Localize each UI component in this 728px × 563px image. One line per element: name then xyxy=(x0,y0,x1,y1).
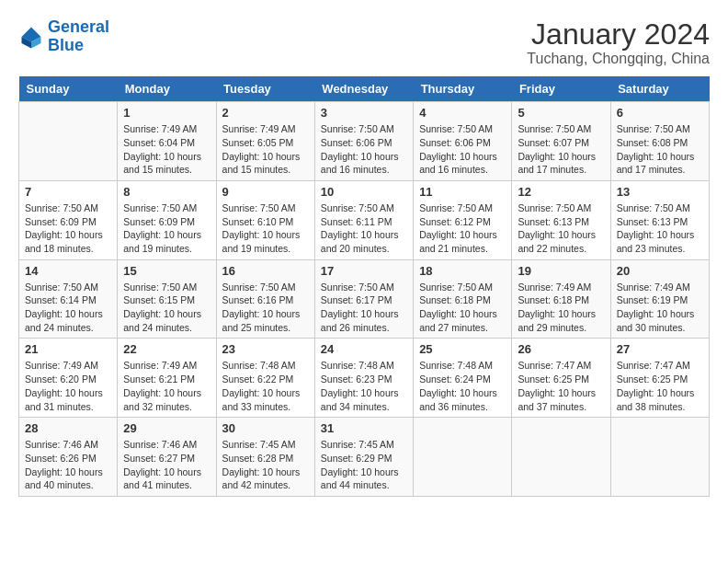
day-info: Sunrise: 7:46 AM Sunset: 6:27 PM Dayligh… xyxy=(123,438,210,492)
day-number: 8 xyxy=(123,185,210,199)
day-number: 14 xyxy=(25,264,111,278)
day-number: 20 xyxy=(617,264,703,278)
calendar-cell: 15Sunrise: 7:50 AM Sunset: 6:15 PM Dayli… xyxy=(118,259,216,339)
day-number: 9 xyxy=(222,185,309,199)
day-info: Sunrise: 7:49 AM Sunset: 6:19 PM Dayligh… xyxy=(617,281,703,335)
day-number: 26 xyxy=(518,342,604,356)
calendar-cell: 10Sunrise: 7:50 AM Sunset: 6:11 PM Dayli… xyxy=(314,180,413,259)
day-number: 30 xyxy=(222,421,309,435)
calendar-cell: 25Sunrise: 7:48 AM Sunset: 6:24 PM Dayli… xyxy=(414,339,512,418)
day-number: 7 xyxy=(25,185,111,199)
calendar-cell: 17Sunrise: 7:50 AM Sunset: 6:17 PM Dayli… xyxy=(314,259,413,339)
day-info: Sunrise: 7:50 AM Sunset: 6:13 PM Dayligh… xyxy=(617,201,703,256)
logo-icon xyxy=(18,24,44,50)
day-info: Sunrise: 7:50 AM Sunset: 6:08 PM Dayligh… xyxy=(617,122,703,177)
calendar-cell: 7Sunrise: 7:50 AM Sunset: 6:09 PM Daylig… xyxy=(19,180,118,259)
calendar-cell: 1Sunrise: 7:49 AM Sunset: 6:04 PM Daylig… xyxy=(118,102,216,181)
day-number: 23 xyxy=(222,342,309,356)
calendar-cell: 14Sunrise: 7:50 AM Sunset: 6:14 PM Dayli… xyxy=(19,259,118,339)
calendar-cell: 13Sunrise: 7:50 AM Sunset: 6:13 PM Dayli… xyxy=(610,180,709,259)
day-number: 25 xyxy=(419,342,506,356)
day-info: Sunrise: 7:50 AM Sunset: 6:18 PM Dayligh… xyxy=(419,281,506,335)
day-number: 15 xyxy=(123,264,210,278)
logo-line2: Blue xyxy=(48,37,109,55)
calendar-cell: 20Sunrise: 7:49 AM Sunset: 6:19 PM Dayli… xyxy=(610,259,709,339)
calendar-table: SundayMondayTuesdayWednesdayThursdayFrid… xyxy=(18,76,710,497)
calendar-cell: 18Sunrise: 7:50 AM Sunset: 6:18 PM Dayli… xyxy=(414,259,512,339)
day-info: Sunrise: 7:50 AM Sunset: 6:15 PM Dayligh… xyxy=(123,281,210,335)
calendar-cell: 23Sunrise: 7:48 AM Sunset: 6:22 PM Dayli… xyxy=(216,339,314,418)
day-number: 19 xyxy=(518,264,604,278)
calendar-cell: 11Sunrise: 7:50 AM Sunset: 6:12 PM Dayli… xyxy=(414,180,512,259)
day-of-week-header: Wednesday xyxy=(314,76,413,102)
day-info: Sunrise: 7:50 AM Sunset: 6:16 PM Dayligh… xyxy=(222,281,309,335)
day-number: 1 xyxy=(123,106,210,120)
day-info: Sunrise: 7:50 AM Sunset: 6:09 PM Dayligh… xyxy=(25,201,111,256)
day-info: Sunrise: 7:48 AM Sunset: 6:22 PM Dayligh… xyxy=(222,359,309,413)
day-number: 18 xyxy=(419,264,506,278)
day-of-week-header: Tuesday xyxy=(216,76,314,102)
day-number: 28 xyxy=(25,421,111,435)
day-info: Sunrise: 7:50 AM Sunset: 6:06 PM Dayligh… xyxy=(419,122,506,177)
day-info: Sunrise: 7:50 AM Sunset: 6:12 PM Dayligh… xyxy=(419,201,506,256)
day-info: Sunrise: 7:50 AM Sunset: 6:09 PM Dayligh… xyxy=(123,201,210,256)
day-info: Sunrise: 7:50 AM Sunset: 6:11 PM Dayligh… xyxy=(321,201,407,256)
calendar-cell: 8Sunrise: 7:50 AM Sunset: 6:09 PM Daylig… xyxy=(118,180,216,259)
day-info: Sunrise: 7:46 AM Sunset: 6:26 PM Dayligh… xyxy=(25,438,111,492)
day-info: Sunrise: 7:49 AM Sunset: 6:18 PM Dayligh… xyxy=(518,281,604,335)
day-number: 16 xyxy=(222,264,309,278)
day-info: Sunrise: 7:45 AM Sunset: 6:28 PM Dayligh… xyxy=(222,438,309,492)
calendar-cell: 3Sunrise: 7:50 AM Sunset: 6:06 PM Daylig… xyxy=(314,102,413,181)
day-info: Sunrise: 7:50 AM Sunset: 6:06 PM Dayligh… xyxy=(321,122,407,177)
calendar-cell: 6Sunrise: 7:50 AM Sunset: 6:08 PM Daylig… xyxy=(610,102,709,181)
day-of-week-header: Friday xyxy=(512,76,610,102)
day-info: Sunrise: 7:50 AM Sunset: 6:17 PM Dayligh… xyxy=(321,281,407,335)
calendar-cell: 27Sunrise: 7:47 AM Sunset: 6:25 PM Dayli… xyxy=(610,339,709,418)
day-info: Sunrise: 7:49 AM Sunset: 6:21 PM Dayligh… xyxy=(123,359,210,413)
day-number: 22 xyxy=(123,342,210,356)
calendar-week-row: 21Sunrise: 7:49 AM Sunset: 6:20 PM Dayli… xyxy=(19,339,710,418)
day-number: 12 xyxy=(518,185,604,199)
day-number: 6 xyxy=(617,106,703,120)
calendar-cell: 21Sunrise: 7:49 AM Sunset: 6:20 PM Dayli… xyxy=(19,339,118,418)
day-number: 24 xyxy=(321,342,407,356)
month-year: January 2024 xyxy=(527,18,710,51)
day-number: 21 xyxy=(25,342,111,356)
calendar-cell: 16Sunrise: 7:50 AM Sunset: 6:16 PM Dayli… xyxy=(216,259,314,339)
day-number: 10 xyxy=(321,185,407,199)
day-of-week-header: Saturday xyxy=(610,76,709,102)
calendar-cell: 5Sunrise: 7:50 AM Sunset: 6:07 PM Daylig… xyxy=(512,102,610,181)
calendar-cell xyxy=(610,418,709,497)
day-number: 31 xyxy=(321,421,407,435)
day-info: Sunrise: 7:49 AM Sunset: 6:05 PM Dayligh… xyxy=(222,122,309,177)
day-number: 11 xyxy=(419,185,506,199)
calendar-cell xyxy=(414,418,512,497)
calendar-cell: 19Sunrise: 7:49 AM Sunset: 6:18 PM Dayli… xyxy=(512,259,610,339)
calendar-week-row: 7Sunrise: 7:50 AM Sunset: 6:09 PM Daylig… xyxy=(19,180,710,259)
calendar-cell: 22Sunrise: 7:49 AM Sunset: 6:21 PM Dayli… xyxy=(118,339,216,418)
calendar-week-row: 28Sunrise: 7:46 AM Sunset: 6:26 PM Dayli… xyxy=(19,418,710,497)
calendar-cell: 2Sunrise: 7:49 AM Sunset: 6:05 PM Daylig… xyxy=(216,102,314,181)
day-number: 5 xyxy=(518,106,604,120)
header-row: SundayMondayTuesdayWednesdayThursdayFrid… xyxy=(19,76,710,102)
day-of-week-header: Thursday xyxy=(414,76,512,102)
logo: General Blue xyxy=(18,18,109,55)
day-info: Sunrise: 7:50 AM Sunset: 6:07 PM Dayligh… xyxy=(518,122,604,177)
calendar-cell: 9Sunrise: 7:50 AM Sunset: 6:10 PM Daylig… xyxy=(216,180,314,259)
day-info: Sunrise: 7:50 AM Sunset: 6:13 PM Dayligh… xyxy=(518,201,604,256)
day-number: 17 xyxy=(321,264,407,278)
day-info: Sunrise: 7:50 AM Sunset: 6:14 PM Dayligh… xyxy=(25,281,111,335)
day-number: 3 xyxy=(321,106,407,120)
day-info: Sunrise: 7:49 AM Sunset: 6:04 PM Dayligh… xyxy=(123,122,210,177)
day-number: 27 xyxy=(617,342,703,356)
day-info: Sunrise: 7:49 AM Sunset: 6:20 PM Dayligh… xyxy=(25,359,111,413)
day-info: Sunrise: 7:48 AM Sunset: 6:23 PM Dayligh… xyxy=(321,359,407,413)
calendar-cell: 12Sunrise: 7:50 AM Sunset: 6:13 PM Dayli… xyxy=(512,180,610,259)
calendar-week-row: 14Sunrise: 7:50 AM Sunset: 6:14 PM Dayli… xyxy=(19,259,710,339)
logo-line1: General xyxy=(48,18,109,37)
day-number: 4 xyxy=(419,106,506,120)
calendar-cell: 24Sunrise: 7:48 AM Sunset: 6:23 PM Dayli… xyxy=(314,339,413,418)
page-header: General Blue January 2024 Tuchang, Chong… xyxy=(18,18,710,67)
calendar-week-row: 1Sunrise: 7:49 AM Sunset: 6:04 PM Daylig… xyxy=(19,102,710,181)
title-block: January 2024 Tuchang, Chongqing, China xyxy=(527,18,710,67)
